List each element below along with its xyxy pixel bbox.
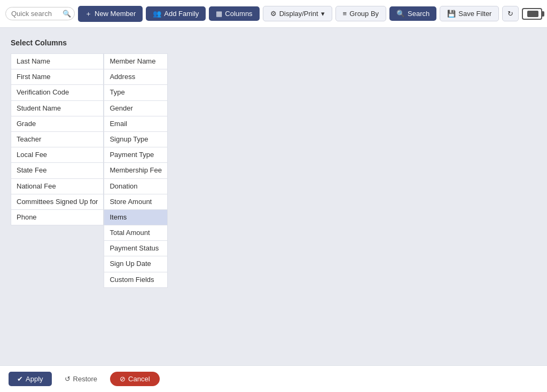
list-item[interactable]: Local Fee	[11, 147, 104, 162]
list-item[interactable]: Store Amount	[104, 194, 168, 209]
section-title: Select Columns	[11, 38, 536, 47]
list-item[interactable]: Last Name	[11, 53, 104, 69]
search-box[interactable]: 🔍	[5, 7, 75, 20]
apply-button[interactable]: ✔ Apply	[9, 372, 52, 386]
toolbar: 🔍 ＋ New Member 👥 Add Family ▦ Columns ⚙ …	[0, 0, 547, 28]
list-item[interactable]: Payment Status	[104, 240, 168, 256]
restore-button[interactable]: ↺ Restore	[57, 372, 105, 386]
save-filter-label: Save Filter	[458, 10, 491, 18]
battery-icon	[522, 8, 542, 20]
columns-container: Last NameFirst NameVerification CodeStud…	[11, 53, 536, 288]
restore-label: Restore	[73, 375, 98, 383]
list-item[interactable]: Committees Signed Up for	[11, 194, 104, 209]
list-item[interactable]: Gender	[104, 100, 168, 116]
list-item[interactable]: Signup Type	[104, 131, 168, 147]
list-item[interactable]: Membership Fee	[104, 162, 168, 178]
list-item[interactable]: Student Name	[11, 100, 104, 116]
main-content: Select Columns Last NameFirst NameVerifi…	[0, 28, 547, 299]
search-icon: 🔍	[62, 10, 71, 18]
columns-icon: ▦	[216, 10, 222, 18]
list-item[interactable]: Member Name	[104, 53, 168, 69]
group-by-button[interactable]: ≡ Group By	[335, 6, 387, 21]
display-print-button[interactable]: ⚙ Display/Print ▾	[263, 6, 332, 21]
list-item[interactable]: Address	[104, 69, 168, 84]
save-filter-button[interactable]: 💾 Save Filter	[440, 6, 499, 21]
save-icon: 💾	[447, 10, 456, 18]
add-family-button[interactable]: 👥 Add Family	[146, 6, 206, 21]
layers-icon: ≡	[343, 10, 347, 18]
refresh-icon: ↻	[507, 10, 513, 18]
search-input[interactable]	[11, 10, 59, 18]
list-item[interactable]: First Name	[11, 69, 104, 84]
list-item[interactable]: Type	[104, 84, 168, 100]
columns-button[interactable]: ▦ Columns	[209, 6, 259, 21]
display-print-label: Display/Print	[279, 10, 318, 18]
toolbar-right	[522, 8, 542, 20]
list-item[interactable]: Total Amount	[104, 225, 168, 240]
columns-label: Columns	[225, 10, 252, 18]
list-item[interactable]: Verification Code	[11, 84, 104, 100]
list-item[interactable]: Sign Up Date	[104, 256, 168, 271]
list-item[interactable]: Phone	[11, 209, 104, 225]
footer: ✔ Apply ↺ Restore ⊘ Cancel	[0, 365, 547, 392]
list-item[interactable]: Payment Type	[104, 147, 168, 162]
apply-label: Apply	[26, 375, 43, 383]
list-item[interactable]: State Fee	[11, 162, 104, 178]
cancel-label: Cancel	[128, 375, 150, 383]
list-item[interactable]: Donation	[104, 178, 168, 194]
cancel-button[interactable]: ⊘ Cancel	[110, 372, 159, 386]
gear-icon: ⚙	[270, 10, 277, 18]
search-label: Search	[408, 10, 429, 18]
group-by-label: Group By	[349, 10, 379, 18]
search-button[interactable]: 🔍 Search	[389, 6, 436, 21]
search-btn-icon: 🔍	[396, 10, 405, 18]
check-icon: ✔	[17, 375, 23, 383]
restore-icon: ↺	[65, 375, 71, 383]
right-column-list: Member NameAddressTypeGenderEmailSignup …	[104, 53, 168, 288]
plus-icon: ＋	[85, 9, 92, 19]
new-member-label: New Member	[95, 10, 136, 18]
family-icon: 👥	[153, 10, 161, 18]
cancel-icon: ⊘	[120, 375, 126, 383]
new-member-button[interactable]: ＋ New Member	[78, 6, 143, 22]
list-item[interactable]: National Fee	[11, 178, 104, 194]
list-item[interactable]: Teacher	[11, 131, 104, 147]
list-item[interactable]: Items	[104, 209, 168, 225]
add-family-label: Add Family	[164, 10, 199, 18]
chevron-down-icon: ▾	[321, 10, 325, 18]
list-item[interactable]: Custom Fields	[104, 272, 168, 288]
left-column-list: Last NameFirst NameVerification CodeStud…	[11, 53, 104, 288]
refresh-button[interactable]: ↻	[502, 6, 519, 21]
list-item[interactable]: Email	[104, 116, 168, 131]
list-item[interactable]: Grade	[11, 116, 104, 131]
